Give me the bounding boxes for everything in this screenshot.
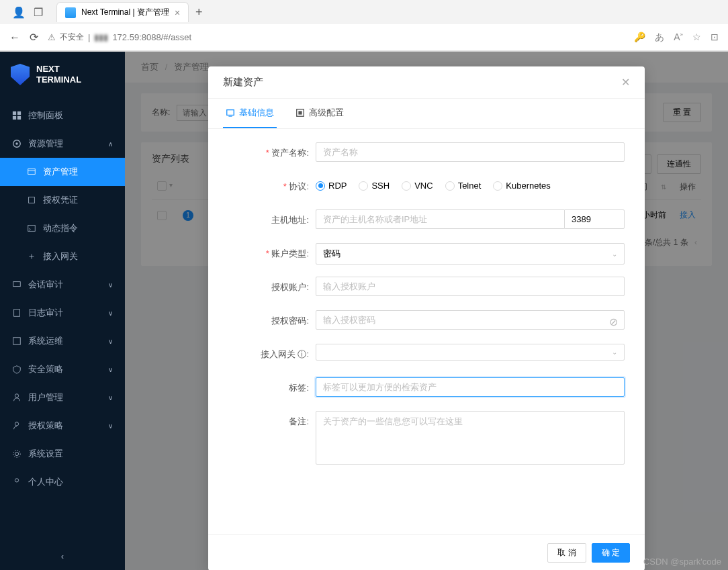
sidebar-item-credential[interactable]: 授权凭证 bbox=[0, 186, 125, 214]
gateway-select[interactable]: ⌄ bbox=[316, 344, 625, 361]
tab-close-icon[interactable]: × bbox=[175, 7, 180, 18]
radio-rdp[interactable]: RDP bbox=[316, 181, 347, 191]
key-icon[interactable]: 🔑 bbox=[634, 32, 645, 44]
user-icon[interactable]: 👤 bbox=[12, 6, 26, 19]
tab-title: Next Terminal | 资产管理 bbox=[81, 7, 169, 18]
back-icon[interactable]: ← bbox=[9, 32, 20, 44]
radio-vnc[interactable]: VNC bbox=[402, 181, 433, 191]
auth-pass-input[interactable] bbox=[316, 310, 625, 330]
tags-input[interactable] bbox=[316, 377, 625, 397]
sidebar-item-session[interactable]: 会话审计∨ bbox=[0, 271, 125, 299]
svg-rect-3 bbox=[17, 116, 21, 120]
chevron-down-icon: ⌄ bbox=[612, 250, 617, 258]
svg-point-13 bbox=[15, 394, 18, 397]
browser-tab[interactable]: Next Terminal | 资产管理 × bbox=[56, 2, 189, 22]
sidebar: NEXTTERMINAL 控制面板 资源管理∧ 资产管理 授权凭证 动态指令 接… bbox=[0, 52, 125, 570]
modal-mask[interactable]: 新建资产 ✕ 基础信息 高级配置 资产名称: 协议: RDP bbox=[125, 52, 728, 570]
sidebar-item-user[interactable]: 用户管理∨ bbox=[0, 383, 125, 412]
logo-shield-icon bbox=[11, 64, 30, 85]
svg-point-14 bbox=[15, 422, 18, 426]
svg-rect-12 bbox=[13, 338, 21, 345]
insecure-icon: ⚠ bbox=[48, 32, 56, 42]
svg-point-16 bbox=[13, 450, 21, 458]
text-icon[interactable]: A» bbox=[674, 32, 683, 44]
more-icon[interactable]: ⊡ bbox=[711, 32, 719, 44]
chevron-up-icon: ∧ bbox=[108, 140, 113, 148]
chevron-down-icon: ∨ bbox=[108, 281, 113, 289]
svg-rect-2 bbox=[13, 116, 16, 120]
label-account-type: 账户类型: bbox=[228, 243, 316, 265]
translate-icon[interactable]: あ bbox=[655, 32, 664, 44]
sidebar-item-dashboard[interactable]: 控制面板 bbox=[0, 101, 125, 130]
modal-title: 新建资产 bbox=[223, 76, 263, 89]
eye-slash-icon[interactable]: ⊘ bbox=[609, 316, 618, 328]
svg-point-17 bbox=[15, 479, 18, 482]
label-tags: 标签: bbox=[228, 377, 316, 399]
asset-name-input[interactable] bbox=[316, 142, 625, 162]
svg-point-5 bbox=[15, 142, 18, 145]
svg-rect-11 bbox=[14, 310, 20, 317]
new-asset-modal: 新建资产 ✕ 基础信息 高级配置 资产名称: 协议: RDP bbox=[208, 66, 645, 570]
radio-ssh[interactable]: SSH bbox=[359, 181, 390, 191]
label-auth-pass: 授权密码: bbox=[228, 310, 316, 332]
copy-icon[interactable]: ❐ bbox=[34, 6, 43, 19]
logo: NEXTTERMINAL bbox=[0, 52, 125, 101]
sidebar-item-settings[interactable]: 系统设置 bbox=[0, 440, 125, 468]
radio-kubernetes[interactable]: Kubernetes bbox=[493, 181, 551, 191]
sidebar-item-log[interactable]: 日志审计∨ bbox=[0, 299, 125, 327]
svg-rect-1 bbox=[17, 111, 21, 115]
close-icon[interactable]: ✕ bbox=[621, 76, 630, 89]
window-controls: 👤 ❐ bbox=[5, 6, 50, 19]
label-protocol: 协议: bbox=[228, 176, 316, 197]
refresh-icon[interactable]: ⟳ bbox=[30, 31, 38, 44]
host-input[interactable] bbox=[316, 209, 564, 229]
sidebar-item-ops[interactable]: 系统运维∨ bbox=[0, 327, 125, 355]
label-host: 主机地址: bbox=[228, 209, 316, 231]
favorite-icon[interactable]: ☆ bbox=[692, 32, 701, 44]
tab-advanced[interactable]: 高级配置 bbox=[293, 99, 347, 128]
tab-basic[interactable]: 基础信息 bbox=[223, 99, 277, 128]
label-gateway: 接入网关 ⓘ: bbox=[228, 344, 316, 365]
chevron-down-icon: ⌄ bbox=[612, 348, 617, 356]
watermark: CSDN @spark'code bbox=[643, 557, 721, 567]
auth-user-input[interactable] bbox=[316, 277, 625, 296]
label-remark: 备注: bbox=[228, 411, 316, 432]
sidebar-item-asset[interactable]: 资产管理 bbox=[0, 158, 125, 186]
port-input[interactable] bbox=[564, 209, 625, 229]
svg-rect-6 bbox=[28, 169, 36, 175]
sidebar-item-gateway[interactable]: 接入网关 bbox=[0, 242, 125, 271]
account-type-select[interactable]: 密码⌄ bbox=[316, 243, 625, 265]
svg-rect-8 bbox=[29, 197, 35, 203]
new-tab-button[interactable]: + bbox=[195, 5, 203, 19]
svg-rect-18 bbox=[227, 110, 234, 115]
svg-rect-0 bbox=[13, 111, 16, 115]
sidebar-item-security[interactable]: 安全策略∨ bbox=[0, 355, 125, 383]
address-bar[interactable]: ⚠ 不安全 | ▮▮▮ 172.59:8088/#/asset bbox=[48, 32, 625, 43]
svg-rect-21 bbox=[298, 111, 302, 114]
label-asset-name: 资产名称: bbox=[228, 142, 316, 164]
radio-telnet[interactable]: Telnet bbox=[445, 181, 482, 191]
sidebar-item-command[interactable]: 动态指令 bbox=[0, 214, 125, 242]
sidebar-item-auth[interactable]: 授权策略∨ bbox=[0, 412, 125, 440]
sidebar-item-resource[interactable]: 资源管理∧ bbox=[0, 130, 125, 158]
browser-chrome: 👤 ❐ Next Terminal | 资产管理 × + ← ⟳ ⚠ 不安全 |… bbox=[0, 0, 728, 52]
sidebar-item-profile[interactable]: 个人中心 bbox=[0, 468, 125, 496]
svg-rect-10 bbox=[13, 282, 21, 287]
remark-textarea[interactable] bbox=[316, 411, 625, 465]
favicon-icon bbox=[65, 7, 76, 18]
sidebar-collapse-button[interactable]: ‹ bbox=[0, 542, 125, 570]
protocol-radio-group: RDP SSH VNC Telnet Kubernetes bbox=[316, 176, 625, 191]
label-auth-user: 授权账户: bbox=[228, 277, 316, 298]
cancel-button[interactable]: 取 消 bbox=[547, 543, 586, 563]
svg-point-15 bbox=[15, 452, 18, 455]
main-content: 首页 / 资产管理 名称: 重 置 资产列表 删 除 连通性 ▾ bbox=[125, 52, 728, 570]
ok-button[interactable]: 确 定 bbox=[592, 543, 630, 563]
